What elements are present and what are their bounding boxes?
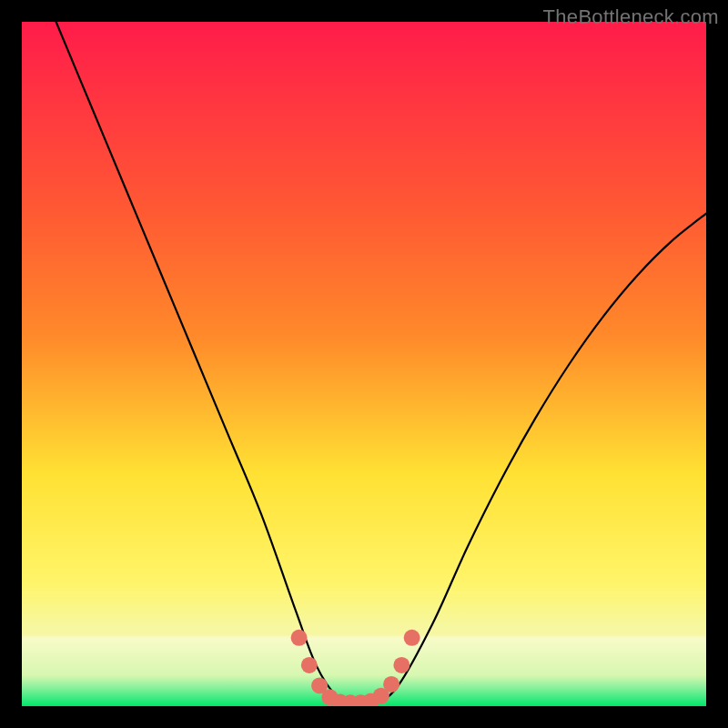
fit-marker (383, 676, 399, 693)
fit-marker (393, 657, 410, 673)
fit-marker (291, 630, 308, 646)
bottleneck-chart (0, 0, 728, 728)
fit-marker (301, 657, 318, 673)
svg-rect-5 (706, 0, 728, 728)
svg-rect-0 (22, 22, 706, 706)
svg-rect-4 (0, 0, 22, 728)
watermark-label: TheBottleneck.com (543, 5, 719, 29)
fit-marker (404, 630, 420, 646)
chart-container: TheBottleneck.com (0, 0, 728, 728)
svg-rect-3 (0, 706, 728, 728)
